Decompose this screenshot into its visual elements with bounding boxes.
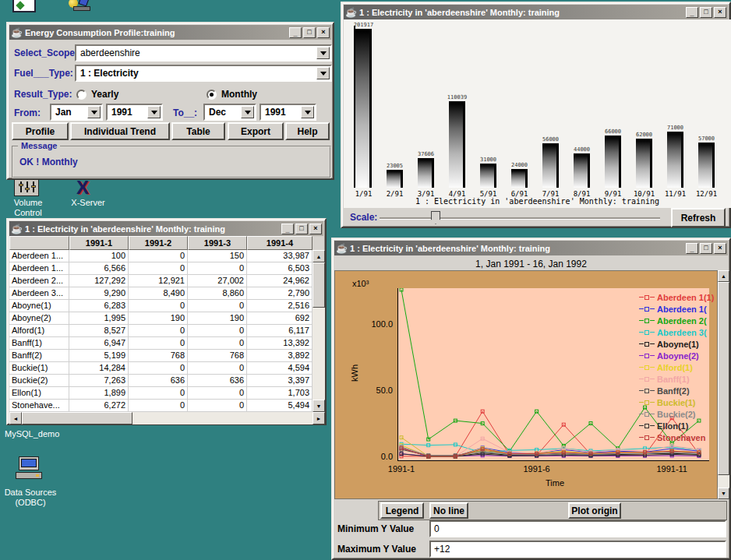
help-button[interactable]: Help xyxy=(285,122,330,140)
cell-value: 127,292 xyxy=(69,275,129,287)
line-chart-window-titlebar[interactable]: ☕ 1 : Electricity in 'aberdeenshire' Mon… xyxy=(334,241,728,255)
to-month-combobox[interactable]: Dec xyxy=(203,104,256,121)
monitor-icon xyxy=(16,456,44,481)
column-header[interactable]: 1991-3 xyxy=(188,236,247,250)
legend-marker-line xyxy=(639,355,644,356)
x-server-icon[interactable]: X xyxy=(76,178,89,198)
close-button[interactable]: × xyxy=(714,7,726,18)
close-button[interactable]: × xyxy=(309,224,322,234)
desktop-shortcut-icon-2[interactable] xyxy=(65,0,95,14)
horizontal-scrollbar[interactable]: ◄ ► xyxy=(9,412,325,424)
scroll-left-icon[interactable]: ◄ xyxy=(9,412,22,424)
profile-button[interactable]: Profile xyxy=(12,122,69,140)
chevron-down-icon[interactable] xyxy=(316,47,330,59)
from-month-combobox[interactable]: Jan xyxy=(50,104,103,121)
table-row[interactable]: Ellon(1)1,899001,703 xyxy=(9,387,313,400)
column-header[interactable]: 1991-4 xyxy=(247,236,313,250)
min-y-input[interactable]: 0 xyxy=(429,520,726,537)
chart-date-range: 1, Jan 1991 - 16, Jan 1992 xyxy=(333,259,729,269)
no-line-button[interactable]: No line xyxy=(429,502,468,519)
individual-trend-button[interactable]: Individual Trend xyxy=(70,122,170,140)
column-header[interactable] xyxy=(9,236,69,250)
table-row[interactable]: Stonehave...6,272005,494 xyxy=(9,400,313,412)
close-button[interactable]: × xyxy=(317,27,330,38)
table-row[interactable]: Banff(2)5,1997687683,892 xyxy=(9,350,313,362)
max-y-label: Maximum Y Value xyxy=(337,544,416,555)
maximize-button[interactable]: □ xyxy=(303,27,316,38)
column-header[interactable]: 1991-2 xyxy=(129,236,188,250)
minimize-button[interactable]: _ xyxy=(281,224,294,234)
monthly-radio[interactable] xyxy=(207,90,217,100)
from-year-combobox[interactable]: 1991 xyxy=(106,104,163,121)
legend-series-label: Aboyne(2) xyxy=(657,351,699,361)
profile-window-titlebar[interactable]: ☕ Energy Consumption Profile:training _ … xyxy=(9,25,331,40)
bar-value-label: 62000 xyxy=(628,132,660,138)
volume-control-icon[interactable] xyxy=(14,178,39,196)
chart-vertical-scrollbar[interactable]: ▲ ▼ xyxy=(718,270,729,499)
chevron-down-icon[interactable] xyxy=(147,106,161,118)
to-year-combobox[interactable]: 1991 xyxy=(260,104,316,121)
desktop-shortcut-icon-1[interactable] xyxy=(12,0,36,12)
scope-combobox[interactable]: aberdeenshire xyxy=(75,44,332,62)
cell-value: 6,272 xyxy=(69,400,129,412)
legend-marker-line xyxy=(650,297,655,298)
max-y-input[interactable]: +12 xyxy=(429,541,726,558)
legend-marker-icon xyxy=(644,377,649,382)
scale-slider[interactable] xyxy=(380,217,660,220)
chart-scrollbar-thumb[interactable] xyxy=(718,282,729,475)
table-window-titlebar[interactable]: ☕ 1 : Electricity in 'aberdeenshire' Mon… xyxy=(9,221,323,236)
chevron-down-icon[interactable] xyxy=(316,67,330,79)
chevron-down-icon[interactable] xyxy=(87,106,101,118)
column-header[interactable]: 1991-1 xyxy=(69,236,129,250)
scroll-down-icon[interactable]: ▼ xyxy=(718,488,729,499)
maximize-button[interactable]: □ xyxy=(700,243,712,254)
vertical-scrollbar[interactable]: ▲ ▼ xyxy=(313,250,325,412)
table-row[interactable]: Banff(1)6,9470013,392 xyxy=(9,337,313,350)
cell-value: 0 xyxy=(129,250,188,262)
chevron-down-icon[interactable] xyxy=(241,106,254,118)
scroll-up-icon[interactable]: ▲ xyxy=(313,250,325,262)
horizontal-scrollbar-thumb[interactable] xyxy=(22,412,132,424)
table-row[interactable]: Aberdeen 1...100015033,987 xyxy=(9,250,313,262)
close-button[interactable]: × xyxy=(714,243,726,254)
maximize-button[interactable]: □ xyxy=(700,7,712,18)
plot-origin-button[interactable]: Plot origin xyxy=(568,502,621,519)
bar xyxy=(542,143,559,188)
table-button[interactable]: Table xyxy=(171,122,225,140)
table-row[interactable]: Aboyne(2)1,995190190692 xyxy=(9,312,313,325)
yearly-label[interactable]: Yearly xyxy=(91,89,118,100)
scroll-up-icon[interactable]: ▲ xyxy=(718,270,729,282)
x-tick-label: 3/91 xyxy=(410,190,442,198)
table-row[interactable]: Aberdeen 2...127,29212,92127,00224,962 xyxy=(9,275,313,287)
vertical-scrollbar-thumb[interactable] xyxy=(313,262,325,308)
cell-value: 9,290 xyxy=(69,287,129,300)
minimize-button[interactable]: _ xyxy=(686,243,698,254)
fuel-type-value: 1 : Electricity xyxy=(80,68,139,79)
bar-chart-window-titlebar[interactable]: ☕ 1 : Electricity in 'aberdeenshire' Mon… xyxy=(344,5,728,19)
minimize-button[interactable]: _ xyxy=(686,7,698,18)
table-row[interactable]: Aberdeen 1...6,566006,503 xyxy=(9,262,313,275)
legend-marker-icon xyxy=(644,400,649,405)
chevron-down-icon[interactable] xyxy=(301,106,314,118)
legend-marker-line xyxy=(639,414,644,414)
yearly-radio[interactable] xyxy=(76,90,87,100)
bar-value-label: 56000 xyxy=(535,136,567,143)
scale-slider-thumb[interactable] xyxy=(431,211,440,224)
table-row[interactable]: Aberdeen 3...9,2908,4908,8602,790 xyxy=(9,287,313,300)
scroll-right-icon[interactable]: ► xyxy=(313,412,325,424)
fuel-type-combobox[interactable]: 1 : Electricity xyxy=(75,65,332,82)
legend-marker-icon xyxy=(644,307,649,312)
refresh-button[interactable]: Refresh xyxy=(671,208,726,227)
export-button[interactable]: Export xyxy=(228,122,284,140)
data-sources-odbc-icon[interactable] xyxy=(16,456,44,481)
minimize-button[interactable]: _ xyxy=(289,27,302,38)
mysql-demo-label[interactable]: MySQL_demo xyxy=(5,429,59,438)
table-row[interactable]: Buckie(2)7,2636366363,397 xyxy=(9,375,313,387)
monthly-label[interactable]: Monthly xyxy=(221,89,257,100)
table-row[interactable]: Alford(1)8,527006,117 xyxy=(9,325,313,337)
scroll-down-icon[interactable]: ▼ xyxy=(313,400,325,412)
legend-button[interactable]: Legend xyxy=(380,502,424,519)
maximize-button[interactable]: □ xyxy=(295,224,308,234)
table-row[interactable]: Aboyne(1)6,283002,516 xyxy=(9,300,313,312)
table-row[interactable]: Buckie(1)14,284004,594 xyxy=(9,362,313,375)
